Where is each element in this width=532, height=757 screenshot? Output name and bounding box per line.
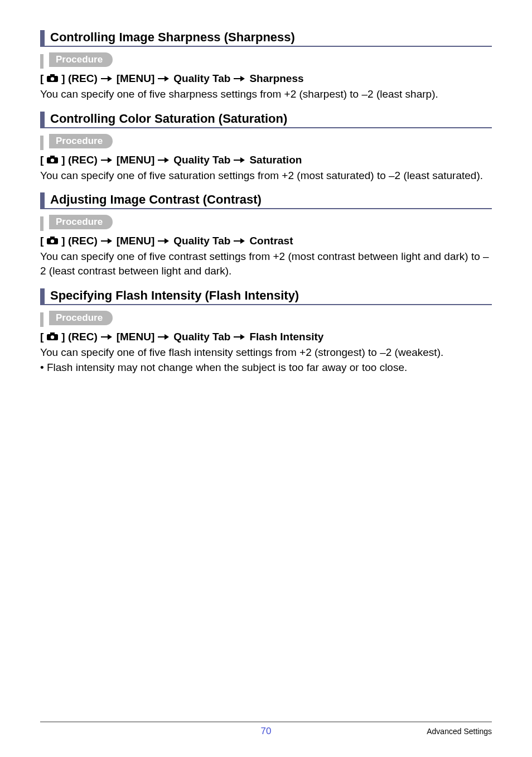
procedure-tag: Procedure [49, 311, 113, 325]
bracket-open: [ [40, 73, 43, 85]
path-qtab: Quality Tab [173, 331, 230, 343]
arrow-icon [101, 156, 113, 164]
svg-point-8 [51, 240, 54, 243]
section-heading-saturation: Controlling Color Saturation (Saturation… [40, 112, 492, 128]
arrow-icon [158, 156, 170, 164]
camera-icon [47, 154, 58, 166]
path-qtab: Quality Tab [173, 73, 230, 85]
svg-point-11 [51, 335, 54, 339]
page-number: 70 [261, 726, 272, 737]
arrow-icon [158, 75, 170, 83]
procedure-label-wrap: Procedure [40, 215, 492, 233]
body-text-flash: You can specify one of five flash intens… [40, 345, 492, 360]
path-saturation: [ ] (REC) [MENU] Quality Tab Saturation [40, 154, 492, 166]
section-heading-contrast: Adjusting Image Contrast (Contrast) [40, 192, 492, 209]
heading-bar [40, 192, 45, 208]
heading-title: Controlling Image Sharpness (Sharpness) [50, 30, 295, 46]
procedure-vbar [40, 312, 43, 327]
arrow-icon [234, 75, 246, 83]
svg-point-2 [51, 77, 54, 80]
page-footer: 70 Advanced Settings [40, 721, 492, 740]
procedure-label-wrap: Procedure [40, 134, 492, 152]
arrow-icon [234, 333, 246, 341]
camera-icon [47, 331, 58, 343]
path-sharpness: [ ] (REC) [MENU] Quality Tab Sharpness [40, 73, 492, 85]
arrow-icon [101, 237, 113, 245]
procedure-vbar [40, 216, 43, 231]
bracket-open: [ [40, 235, 43, 247]
path-target: Contrast [249, 235, 293, 247]
procedure-vbar [40, 136, 43, 150]
path-rec: ] (REC) [61, 331, 97, 343]
body-text-contrast: You can specify one of five contrast set… [40, 249, 492, 278]
svg-point-5 [51, 158, 54, 162]
arrow-icon [234, 237, 246, 245]
camera-icon [47, 235, 58, 247]
bracket-open: [ [40, 154, 43, 166]
path-flash: [ ] (REC) [MENU] Quality Tab Flash Inten… [40, 331, 492, 343]
bullet-text: Flash intensity may not change when the … [47, 361, 407, 373]
path-menu: [MENU] [117, 331, 155, 343]
path-target: Flash Intensity [249, 331, 323, 343]
path-contrast: [ ] (REC) [MENU] Quality Tab Contrast [40, 235, 492, 247]
arrow-icon [158, 237, 170, 245]
heading-title: Specifying Flash Intensity (Flash Intens… [50, 288, 299, 304]
svg-rect-10 [50, 332, 55, 335]
arrow-icon [234, 156, 246, 164]
heading-bar [40, 30, 45, 46]
camera-icon [47, 73, 58, 85]
arrow-icon [158, 333, 170, 341]
bracket-open: [ [40, 331, 43, 343]
heading-bar [40, 288, 45, 304]
path-menu: [MENU] [117, 235, 155, 247]
heading-title: Adjusting Image Contrast (Contrast) [50, 192, 262, 208]
svg-rect-4 [50, 156, 55, 158]
path-qtab: Quality Tab [173, 154, 230, 166]
path-rec: ] (REC) [61, 235, 97, 247]
svg-rect-7 [50, 237, 55, 239]
svg-rect-1 [50, 74, 55, 76]
arrow-icon [101, 333, 113, 341]
path-rec: ] (REC) [61, 73, 97, 85]
path-qtab: Quality Tab [173, 235, 230, 247]
path-menu: [MENU] [117, 73, 155, 85]
section-heading-sharpness: Controlling Image Sharpness (Sharpness) [40, 30, 492, 47]
path-rec: ] (REC) [61, 154, 97, 166]
procedure-label-wrap: Procedure [40, 52, 492, 70]
body-text-sharpness: You can specify one of five sharpness se… [40, 87, 492, 102]
heading-title: Controlling Color Saturation (Saturation… [50, 112, 287, 127]
procedure-tag: Procedure [49, 215, 113, 229]
arrow-icon [101, 75, 113, 83]
procedure-tag: Procedure [49, 134, 113, 148]
footer-section-label: Advanced Settings [427, 727, 492, 736]
path-target: Sharpness [249, 73, 303, 85]
procedure-label-wrap: Procedure [40, 311, 492, 329]
section-heading-flash: Specifying Flash Intensity (Flash Intens… [40, 288, 492, 305]
path-menu: [MENU] [117, 154, 155, 166]
body-text-saturation: You can specify one of five saturation s… [40, 168, 492, 183]
bullet-flash: • Flash intensity may not change when th… [40, 360, 492, 375]
procedure-tag: Procedure [49, 52, 113, 67]
procedure-vbar [40, 54, 43, 69]
path-target: Saturation [249, 154, 302, 166]
heading-bar [40, 112, 45, 127]
page-content: Controlling Image Sharpness (Sharpness) … [0, 0, 532, 375]
